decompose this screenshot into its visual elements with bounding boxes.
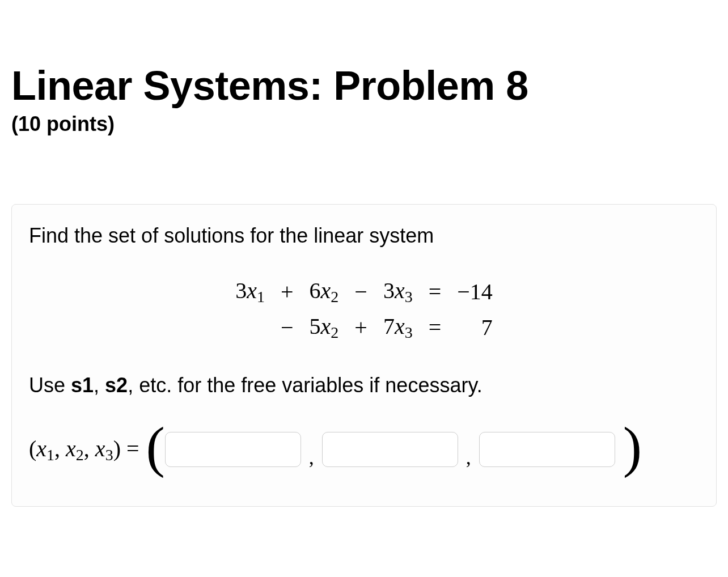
- eq2-var3: x: [395, 313, 405, 339]
- eq1-sub2: 2: [331, 288, 338, 306]
- hint-sep: ,: [94, 374, 105, 397]
- hint-s2: s2: [105, 374, 128, 397]
- eq1-term1: 3x1: [227, 274, 273, 309]
- answer-comma-1: ,: [309, 446, 314, 469]
- lhs-var1: x: [36, 436, 46, 461]
- points-label: (10 points): [11, 112, 717, 136]
- eq2-coef3: 7: [383, 313, 395, 339]
- problem-container: Find the set of solutions for the linear…: [11, 204, 717, 507]
- hint-suffix: , etc. for the free variables if necessa…: [128, 374, 482, 397]
- eq1-equals: =: [421, 274, 450, 309]
- eq2-sub2: 2: [331, 324, 338, 341]
- eq1-sub3: 3: [405, 288, 413, 306]
- eq2-op1: −: [273, 309, 302, 345]
- prompt-text: Find the set of solutions for the linear…: [29, 224, 699, 248]
- big-paren-close: ): [623, 419, 642, 476]
- answer-lhs: (x1, x2, x3) =: [29, 435, 139, 464]
- page-title: Linear Systems: Problem 8: [11, 62, 717, 109]
- eq1-var2: x: [321, 278, 331, 303]
- eq2-op2: +: [346, 309, 375, 345]
- lhs-paren-open: (: [29, 436, 36, 461]
- answer-comma-2: ,: [466, 446, 471, 469]
- eq2-term3: 7x3: [375, 309, 421, 345]
- lhs-sub1: 1: [46, 446, 54, 464]
- equation-table: 3x1 + 6x2 − 3x3 = −14 − 5x2 + 7x3 = 7: [227, 274, 501, 345]
- x2-input[interactable]: [322, 432, 458, 467]
- eq2-coef2: 5: [310, 313, 321, 339]
- lhs-comma2: ,: [84, 436, 95, 461]
- x1-input[interactable]: [165, 432, 301, 467]
- eq1-term2: 6x2: [302, 274, 347, 309]
- eq1-var3: x: [395, 278, 405, 303]
- hint-s1: s1: [71, 374, 94, 397]
- equation-row-2: − 5x2 + 7x3 = 7: [227, 309, 501, 345]
- page: Linear Systems: Problem 8 (10 points) Fi…: [0, 0, 728, 507]
- eq1-coef1: 3: [235, 278, 247, 303]
- lhs-sub3: 3: [105, 446, 113, 464]
- eq2-term1: [227, 309, 273, 345]
- eq1-op1: +: [273, 274, 302, 309]
- eq1-var1: x: [247, 278, 257, 303]
- eq2-equals: =: [421, 309, 450, 345]
- hint-prefix: Use: [29, 374, 71, 397]
- eq2-var2: x: [321, 313, 331, 339]
- eq1-term3: 3x3: [375, 274, 421, 309]
- eq2-term2: 5x2: [302, 309, 347, 345]
- big-paren-open: (: [146, 419, 165, 476]
- lhs-paren-close: ): [113, 436, 121, 461]
- equation-row-1: 3x1 + 6x2 − 3x3 = −14: [227, 274, 501, 309]
- hint-text: Use s1, s2, etc. for the free variables …: [29, 374, 699, 397]
- lhs-sub2: 2: [76, 446, 84, 464]
- eq1-rhs: −14: [449, 274, 501, 309]
- x3-input[interactable]: [479, 432, 615, 467]
- lhs-var2: x: [66, 436, 76, 461]
- lhs-equals: =: [121, 436, 139, 461]
- eq2-sub3: 3: [405, 324, 413, 341]
- eq2-rhs: 7: [449, 309, 501, 345]
- lhs-comma1: ,: [54, 436, 66, 461]
- answer-row: (x1, x2, x3) = ( , , ): [29, 421, 699, 478]
- eq1-coef3: 3: [383, 278, 395, 303]
- lhs-var3: x: [95, 436, 105, 461]
- eq1-op2: −: [346, 274, 375, 309]
- equation-system: 3x1 + 6x2 − 3x3 = −14 − 5x2 + 7x3 = 7: [227, 274, 501, 345]
- eq1-coef2: 6: [310, 278, 321, 303]
- eq1-sub1: 1: [257, 288, 265, 306]
